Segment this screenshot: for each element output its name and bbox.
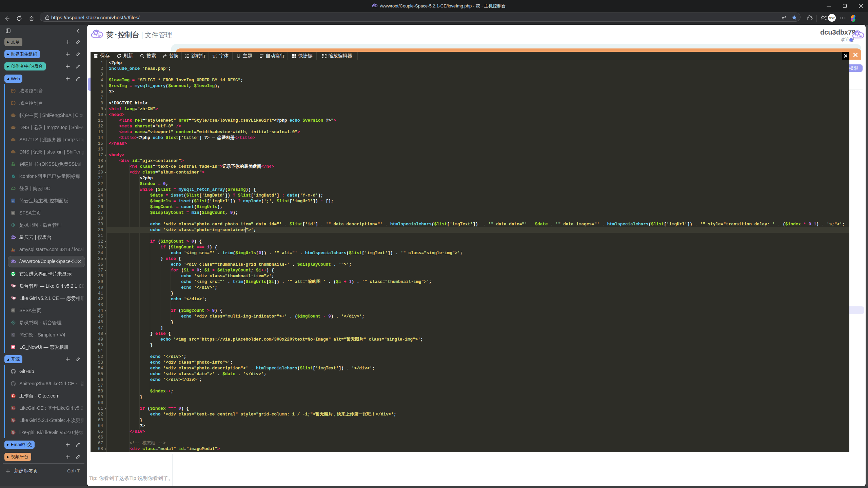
svg-text:T: T: [213, 54, 215, 58]
svg-text:G: G: [12, 418, 15, 422]
svg-text:G: G: [12, 394, 15, 398]
svg-text:G: G: [12, 430, 15, 434]
svg-text:G: G: [12, 406, 15, 410]
